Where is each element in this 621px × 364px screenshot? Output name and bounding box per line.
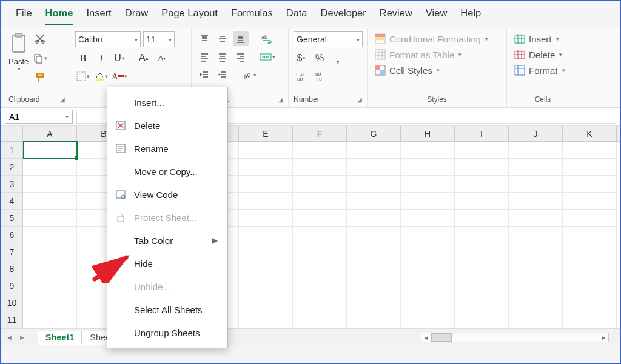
- dialog-launcher-icon[interactable]: ◢: [278, 96, 283, 103]
- cell[interactable]: [455, 176, 509, 193]
- underline-button[interactable]: U▾: [112, 51, 127, 65]
- cell[interactable]: [563, 193, 617, 210]
- context-menu-item[interactable]: Hide: [107, 252, 227, 275]
- cell[interactable]: [401, 311, 455, 328]
- cell[interactable]: [347, 193, 401, 210]
- row-header[interactable]: 9: [1, 277, 22, 294]
- worksheet-grid[interactable]: 1234567891011 ABCDEFGHIJK: [1, 126, 620, 328]
- cell[interactable]: [347, 260, 401, 277]
- column-header[interactable]: J: [509, 126, 563, 141]
- dialog-launcher-icon[interactable]: ◢: [60, 96, 65, 103]
- cell[interactable]: [401, 227, 455, 243]
- delete-cells-button[interactable]: Delete▾: [512, 47, 565, 62]
- cell[interactable]: [401, 142, 455, 159]
- cell[interactable]: [347, 294, 401, 311]
- horizontal-scrollbar[interactable]: ◄ ►: [421, 333, 609, 342]
- column-header[interactable]: I: [455, 126, 509, 141]
- cell[interactable]: [347, 227, 401, 243]
- align-center-button[interactable]: [215, 50, 230, 64]
- borders-button[interactable]: ▾: [75, 69, 91, 84]
- tab-nav-next-icon[interactable]: ►: [18, 334, 27, 341]
- percent-button[interactable]: %: [312, 51, 327, 65]
- cell[interactable]: [23, 159, 77, 176]
- font-size-combo[interactable]: 11▾: [143, 31, 175, 47]
- cell[interactable]: [293, 159, 347, 176]
- cell[interactable]: [455, 243, 509, 260]
- cell[interactable]: [455, 227, 509, 243]
- number-format-combo[interactable]: General▾: [294, 31, 363, 47]
- currency-button[interactable]: $▾: [294, 51, 309, 65]
- menu-help[interactable]: Help: [460, 7, 481, 25]
- cell[interactable]: [293, 176, 347, 193]
- decrease-indent-button[interactable]: [196, 68, 212, 82]
- format-cells-button[interactable]: Format▾: [512, 63, 568, 78]
- increase-decimal-button[interactable]: ←.0.00: [294, 69, 309, 84]
- increase-indent-button[interactable]: [215, 68, 230, 82]
- cell[interactable]: [455, 210, 509, 227]
- cell[interactable]: [509, 243, 563, 260]
- font-name-combo[interactable]: Calibri▾: [75, 31, 141, 47]
- cell[interactable]: [509, 294, 563, 311]
- cell[interactable]: [239, 210, 293, 227]
- cell[interactable]: [23, 311, 77, 328]
- menu-home[interactable]: Home: [45, 7, 73, 25]
- tab-nav[interactable]: ◄►: [5, 334, 27, 341]
- cell[interactable]: [239, 277, 293, 294]
- context-menu-item[interactable]: Move or Copy...: [107, 160, 227, 183]
- cell[interactable]: [455, 294, 509, 311]
- paste-button[interactable]: Paste ▾: [8, 31, 29, 72]
- scroll-right-icon[interactable]: ►: [599, 333, 608, 342]
- menu-file[interactable]: File: [16, 7, 32, 25]
- row-header[interactable]: 2: [1, 159, 22, 176]
- cell[interactable]: [563, 227, 617, 243]
- row-header[interactable]: 1: [1, 142, 22, 159]
- cell[interactable]: [23, 294, 77, 311]
- align-bottom-button[interactable]: [233, 31, 249, 46]
- cell[interactable]: [509, 159, 563, 176]
- column-header[interactable]: G: [347, 126, 401, 141]
- cell[interactable]: [23, 142, 77, 159]
- cell[interactable]: [347, 210, 401, 227]
- context-menu-item[interactable]: Rename: [107, 137, 227, 160]
- align-middle-button[interactable]: [215, 31, 230, 46]
- cell[interactable]: [23, 277, 77, 294]
- font-color-button[interactable]: A▾: [112, 69, 127, 84]
- cell[interactable]: [563, 176, 617, 193]
- scroll-track[interactable]: [431, 333, 599, 342]
- italic-button[interactable]: I: [93, 51, 109, 65]
- cell[interactable]: [401, 260, 455, 277]
- cell[interactable]: [293, 277, 347, 294]
- comma-button[interactable]: ,: [330, 51, 346, 65]
- wrap-text-button[interactable]: ab: [260, 31, 275, 46]
- cut-button[interactable]: [32, 31, 48, 46]
- menu-insert[interactable]: Insert: [86, 7, 111, 25]
- row-header[interactable]: 11: [1, 311, 22, 328]
- cell[interactable]: [455, 277, 509, 294]
- cell[interactable]: [23, 243, 77, 260]
- menu-data[interactable]: Data: [286, 7, 307, 25]
- cell[interactable]: [401, 277, 455, 294]
- cell[interactable]: [509, 277, 563, 294]
- column-header[interactable]: F: [293, 126, 347, 141]
- cell[interactable]: [509, 142, 563, 159]
- select-all-corner[interactable]: [1, 126, 22, 142]
- menu-review[interactable]: Review: [380, 7, 412, 25]
- cell[interactable]: [401, 193, 455, 210]
- cell[interactable]: [239, 193, 293, 210]
- cell[interactable]: [563, 294, 617, 311]
- decrease-decimal-button[interactable]: .00→.0: [312, 69, 327, 84]
- cell[interactable]: [563, 311, 617, 328]
- cell[interactable]: [563, 210, 617, 227]
- row-header[interactable]: 10: [1, 294, 22, 311]
- cell[interactable]: [563, 260, 617, 277]
- column-header[interactable]: E: [239, 126, 293, 141]
- cell[interactable]: [455, 260, 509, 277]
- cell[interactable]: [401, 210, 455, 227]
- cell[interactable]: [401, 176, 455, 193]
- context-menu-item[interactable]: View Code: [107, 183, 227, 206]
- cell[interactable]: [293, 210, 347, 227]
- name-box[interactable]: A1▾: [5, 110, 73, 124]
- row-header[interactable]: 8: [1, 260, 22, 277]
- menu-developer[interactable]: Developer: [321, 7, 366, 25]
- cell[interactable]: [563, 243, 617, 260]
